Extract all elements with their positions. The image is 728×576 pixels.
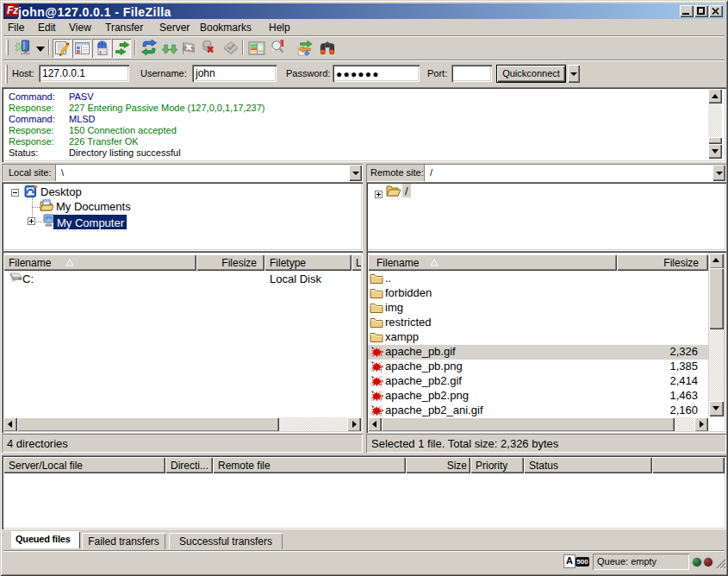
svg-text:Fz: Fz bbox=[7, 4, 18, 16]
